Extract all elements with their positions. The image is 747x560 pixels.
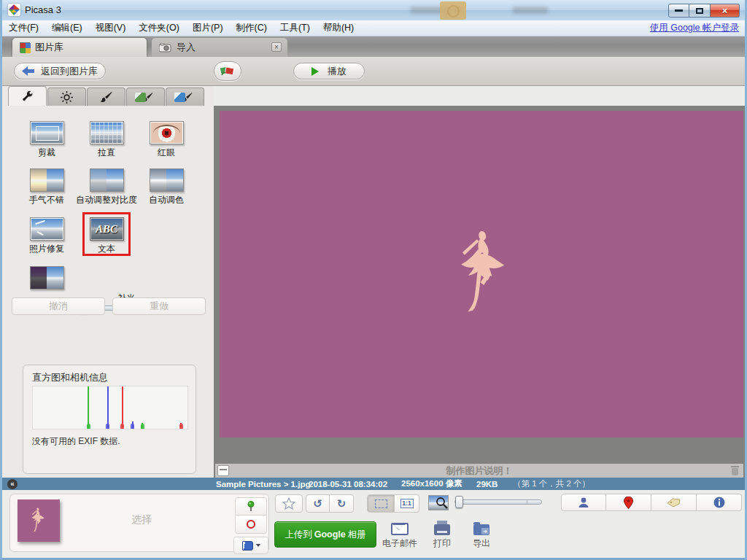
menu-folder[interactable]: 文件夹(O) — [132, 20, 186, 36]
one-to-one-icon: 1:1 — [400, 499, 414, 508]
tool-auto-color[interactable]: 自动调色 — [135, 168, 198, 206]
tab-effects-1[interactable] — [87, 88, 125, 106]
rotate-ccw-icon: ↺ — [313, 497, 322, 510]
photo-canvas: 制作图片说明！ — [214, 106, 745, 478]
tags-button[interactable] — [651, 494, 697, 511]
photo-image[interactable] — [220, 111, 743, 438]
clear-icon — [247, 520, 255, 529]
tab-effects-2[interactable] — [126, 88, 165, 106]
menu-file[interactable]: 文件(F) — [2, 20, 45, 36]
histogram-panel: 直方图和相机信息 没有可用的 EXIF 数据. — [23, 365, 196, 474]
person-icon — [578, 497, 589, 508]
tab-library[interactable]: 图片库 — [12, 38, 147, 57]
redo-button[interactable]: 重做 — [112, 298, 206, 315]
fill-light-preview — [30, 266, 64, 289]
tool-redeye[interactable]: 红眼 — [135, 121, 198, 159]
export-button[interactable]: 导出 — [460, 519, 503, 550]
envelope-icon — [391, 523, 409, 535]
status-file-path: Sample Pictures > 1.jpg — [216, 480, 310, 489]
caption-menu-icon[interactable] — [217, 465, 229, 476]
menu-edit[interactable]: 编辑(E) — [45, 20, 89, 36]
minimize-button[interactable] — [668, 4, 689, 18]
collage-button[interactable] — [214, 61, 241, 81]
tool-straighten[interactable]: 拉直 — [75, 121, 138, 159]
tool-im-feeling-lucky[interactable]: 手气不错 — [15, 168, 78, 206]
people-button[interactable] — [561, 494, 606, 511]
star-icon — [282, 497, 295, 510]
close-button[interactable]: × — [711, 4, 740, 18]
places-button[interactable] — [606, 494, 651, 511]
add-to-album-button[interactable] — [233, 537, 268, 554]
zoom-slider-handle[interactable] — [455, 496, 463, 508]
maximize-button[interactable] — [689, 4, 711, 18]
tool-auto-contrast[interactable]: 自动调整对比度 — [75, 168, 138, 206]
window-title: Picasa 3 — [25, 4, 61, 15]
tab-tuning[interactable] — [47, 88, 86, 106]
menu-view[interactable]: 视图(V) — [89, 20, 133, 36]
menu-help[interactable]: 帮助(H) — [317, 20, 360, 36]
lucky-thumbnail — [30, 168, 64, 192]
menu-tools[interactable]: 工具(T) — [274, 20, 317, 36]
play-button[interactable]: 播放 — [293, 63, 365, 79]
text-tool-highlight-box — [82, 212, 131, 256]
play-icon — [311, 67, 319, 76]
fit-icon — [375, 499, 387, 508]
rotate-right-button[interactable]: ↻ — [330, 494, 354, 513]
map-pin-icon — [624, 497, 633, 509]
tool-retouch[interactable]: 照片修复 — [15, 217, 78, 255]
email-button[interactable]: 电子邮件 — [379, 519, 421, 550]
camera-icon — [159, 43, 171, 52]
sun-icon — [61, 91, 73, 104]
top-toolbar: 返回到图片库 播放 — [2, 57, 745, 86]
tool-crop[interactable]: 剪裁 — [15, 121, 78, 159]
print-button[interactable]: 打印 — [421, 519, 463, 550]
tab-basic-fixes[interactable] — [8, 86, 47, 106]
tab-import[interactable]: 导入 × — [152, 38, 287, 57]
back-to-library-button[interactable]: 返回到图片库 — [14, 63, 106, 79]
tab-effects-3[interactable] — [166, 88, 204, 106]
no-exif-text: 没有可用的 EXIF 数据. — [32, 435, 120, 448]
menu-create[interactable]: 制作(C) — [230, 20, 274, 36]
hold-selection-button[interactable] — [235, 497, 267, 516]
caption-delete-icon[interactable] — [731, 466, 739, 475]
crop-thumbnail — [30, 121, 64, 144]
dropdown-arrow-icon — [256, 544, 260, 547]
menu-picture[interactable]: 图片(P) — [186, 20, 230, 36]
status-bar: « Sample Pictures > 1.jpg 2018-05-31 08:… — [2, 478, 745, 490]
auto-color-thumbnail — [150, 168, 184, 192]
rotate-left-button[interactable]: ↺ — [306, 494, 330, 513]
main-tab-bar: 图片库 导入 × — [2, 36, 745, 57]
background-artifact — [513, 7, 548, 14]
redeye-thumbnail — [150, 121, 184, 144]
zoom-actual-button[interactable]: 1:1 — [395, 494, 419, 513]
wrench-icon — [22, 90, 34, 102]
tray-select-label: 选择 — [76, 513, 207, 526]
properties-button[interactable] — [697, 494, 742, 511]
picasa-logo-icon — [8, 4, 20, 16]
collage-icon — [220, 65, 236, 78]
tag-icon — [667, 498, 681, 508]
histogram-plot — [32, 386, 188, 429]
histogram-title: 直方图和相机信息 — [32, 371, 108, 384]
library-grid-icon — [20, 42, 30, 52]
star-button[interactable] — [275, 494, 303, 513]
tray-thumbnail[interactable] — [18, 499, 60, 542]
brush-icon — [100, 91, 112, 104]
edit-panel: 剪裁 拉直 红眼 手气不错 自动调整对比度 自动调色 — [2, 86, 214, 478]
caption-placeholder[interactable]: 制作图片说明！ — [446, 464, 513, 478]
clear-selection-button[interactable] — [235, 516, 267, 534]
undo-button[interactable]: 撤消 — [12, 298, 105, 315]
close-import-tab-icon[interactable]: × — [271, 42, 282, 52]
zoom-fit-button[interactable] — [367, 494, 395, 513]
zoom-slider-track[interactable] — [454, 499, 542, 505]
zoom-preview-icon[interactable] — [428, 495, 449, 510]
caption-bar[interactable]: 制作图片说明！ — [215, 464, 743, 478]
fill-light-thumbnail — [15, 266, 78, 289]
collapse-tray-button[interactable]: « — [7, 479, 18, 489]
upload-to-google-button[interactable]: 上传到 Google 相册 — [274, 521, 376, 548]
menu-bar: 文件(F) 编辑(E) 视图(V) 文件夹(O) 图片(P) 制作(C) 工具(… — [2, 20, 745, 36]
auto-contrast-thumbnail — [90, 168, 124, 192]
google-login-link[interactable]: 使用 Google 帐户登录 — [650, 22, 739, 34]
status-filesize: 29KB — [476, 480, 498, 489]
background-artifact — [440, 1, 466, 20]
